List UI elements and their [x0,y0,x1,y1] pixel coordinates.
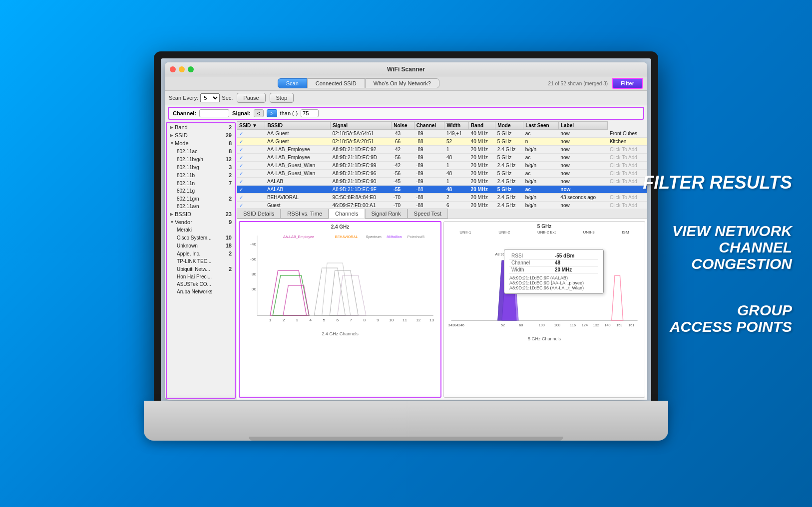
tab-whos-on-network[interactable]: Who's On My Network? [365,78,439,88]
table-row[interactable]: ✓AA-LAB_EmployeeA8:9D:21:1D:EC:92-42-891… [237,146,648,154]
sidebar-item-asus[interactable]: ASUSTek CO... [167,280,235,288]
tooltip-entry-2: A8:9D:21:1D:EC:9D (AA-LA...ployee) [509,280,598,285]
svg-text:2: 2 [283,318,285,322]
scan-every-control: Scan Every: 51030 Sec. [169,93,233,102]
table-row[interactable]: ✓AA-LAB_Guest_WlanA8:9D:21:1D:EC:96-56-8… [237,170,648,178]
channel-tooltip: RSSI -55 dBm Channel 48 Widt [504,249,604,294]
window-title: WiFi Scanner [387,66,425,73]
chart-24ghz: 2.4 GHz -40 -60 80 00 [239,221,441,398]
less-than-button[interactable]: < [254,109,264,117]
sidebar-item-band[interactable]: ▶Band2 [167,123,235,131]
svg-text:AA-LAB_Employee: AA-LAB_Employee [283,235,314,239]
table-row[interactable]: ✓AA-Guest02:18:5A:5A:64:61-43-89149,+140… [237,130,648,138]
sidebar-item-cisco[interactable]: Cisco System...10 [167,234,235,242]
svg-marker-11 [270,270,307,315]
sidebar-item-unknown[interactable]: Unknown18 [167,242,235,250]
svg-text:86fhd8on: 86fhd8on [387,235,402,239]
sidebar-item-vendor[interactable]: ▼Vendor9 [167,218,235,226]
sidebar-item-80211gn[interactable]: 802.11g/n2 [167,195,235,203]
network-table-wrapper: SSID ▼ BSSID Signal Noise Channel Width … [237,121,647,209]
svg-text:100: 100 [539,323,545,327]
svg-text:6: 6 [337,318,339,322]
sidebar-item-bssid[interactable]: ▶BSSID23 [167,210,235,218]
table-row[interactable]: ✓Guest46:D9:E7:FD:00:A1-70-88620 MHz2.4 … [237,202,648,209]
close-button[interactable] [170,66,176,72]
svg-text:4: 4 [310,318,312,322]
tooltip-width-label: Width [509,266,553,273]
minimize-button[interactable] [179,66,185,72]
sidebar-item-mode[interactable]: ▼Mode8 [167,139,235,147]
svg-text:-40: -40 [250,242,256,247]
col-mode: Mode [495,122,523,130]
filter-value-input[interactable] [301,109,319,117]
col-signal: Signal [331,122,392,130]
sidebar-item-80211g[interactable]: 802.11g [167,187,235,195]
bottom-tabs: SSID Details RSSI vs. Time Channels Sign… [237,209,647,219]
col-ssid: SSID ▼ [237,122,265,130]
network-area: SSID ▼ BSSID Signal Noise Channel Width … [237,121,647,400]
table-row[interactable]: ✓AALABA8:9D:21:1D:EC:90-45-89120 MHz2.4 … [237,178,648,186]
sidebar-item-80211bg[interactable]: 802.11b/g3 [167,163,235,171]
channel-input[interactable] [199,109,229,117]
sidebar-item-ubiquiti[interactable]: Ubiquiti Netw...2 [167,265,235,273]
sidebar-item-tplink[interactable]: TP-LINK TEC... [167,257,235,265]
svg-text:140: 140 [604,323,610,327]
band-unii3: UNII-3 [583,230,595,235]
channel-label: Channel: [173,110,196,116]
table-row[interactable]: ✓AA-LAB_EmployeeA8:9D:21:1D:EC:9D-56-894… [237,154,648,162]
sidebar-item-80211b[interactable]: 802.11b2 [167,171,235,179]
tooltip-entry-3: A8:9D:21:1D:EC:96 (AA-LA...t_Wlan) [509,285,598,290]
sidebar: ▶Band2 ▶SSID29 ▼Mode8 802.11ac8 802.11b/ [166,122,236,399]
sidebar-item-ssid[interactable]: ▶SSID29 [167,131,235,139]
sidebar-item-80211bgn[interactable]: 802.11b/g/n12 [167,155,235,163]
table-row[interactable]: ✓AA-Guest02:18:5A:5A:20:51-66-885240 MHz… [237,138,648,146]
tooltip-rssi-label: RSSI [509,253,553,259]
maximize-button[interactable] [188,66,194,72]
col-channel: Channel [414,122,444,130]
svg-text:11: 11 [403,318,407,322]
sidebar-item-meraki[interactable]: Meraki [167,226,235,234]
sidebar-item-honhai[interactable]: Hon Hai Preci... [167,273,235,280]
svg-text:5: 5 [323,318,326,322]
sidebar-item-aruba[interactable]: Aruba Networks [167,288,235,295]
sidebar-item-80211n[interactable]: 802.11n7 [167,179,235,187]
pause-button[interactable]: Pause [237,93,265,103]
tab-connected-ssid[interactable]: Connected SSID [307,78,365,88]
table-header-row: SSID ▼ BSSID Signal Noise Channel Width … [237,122,648,130]
sidebar-item-80211ac[interactable]: 802.11ac8 [167,147,235,155]
table-row[interactable]: ✓BEHAVIORAL9C:5C:8E:8A:84:E0-70-88220 MH… [237,194,648,202]
svg-text:161: 161 [628,323,634,327]
filter-button[interactable]: Filter [612,78,643,89]
right-panel: FILTER RESULTS VIEW NETWORK CHANNEL CONG… [643,173,792,335]
col-band: Band [469,122,495,130]
sidebar-item-apple[interactable]: Apple, Inc.2 [167,250,235,257]
svg-text:8: 8 [363,318,366,322]
stop-button[interactable]: Stop [270,93,294,103]
tab-signal-rank[interactable]: Signal Rank [365,209,407,219]
main-content: ▶Band2 ▶SSID29 ▼Mode8 802.11ac8 802.11b/ [165,121,647,400]
tab-channels[interactable]: Channels [329,209,365,219]
chart-24ghz-svg: -40 -60 80 00 AA-LAB_Employee BEHAVIORAL… [242,231,438,330]
table-row[interactable]: ✓AALABA8:9D:21:1D:EC:9F-55-884820 MHz5 G… [237,186,648,194]
svg-text:BEHAVIORAL: BEHAVIORAL [335,235,358,239]
table-row[interactable]: ✓AA-LAB_Guest_WlanA8:9D:21:1D:EC:99-42-8… [237,162,648,170]
col-bssid: BSSID [265,122,331,130]
tab-scan[interactable]: Scan [278,78,307,88]
tab-rssi-time[interactable]: RSSI vs. Time [281,209,329,219]
than-label: than (-) [280,110,298,116]
greater-than-button[interactable]: > [267,109,277,117]
scan-every-select[interactable]: 51030 [200,93,220,102]
svg-marker-15 [322,263,351,315]
scan-every-label: Scan Every: [169,95,198,101]
svg-marker-13 [283,285,309,315]
tab-ssid-details[interactable]: SSID Details [237,209,281,219]
tooltip-width-value: 20 MHz [553,266,598,273]
svg-marker-34 [612,275,623,320]
sidebar-item-80211an[interactable]: 802.11a/n [167,203,235,210]
svg-text:80: 80 [252,272,257,276]
right-heading-group: GROUP ACCESS POINTS [643,301,792,334]
svg-text:12: 12 [416,318,421,322]
tooltip-channel-value: 48 [553,259,598,266]
svg-text:10: 10 [389,318,394,322]
tab-speed-test[interactable]: Speed Test [407,209,448,219]
